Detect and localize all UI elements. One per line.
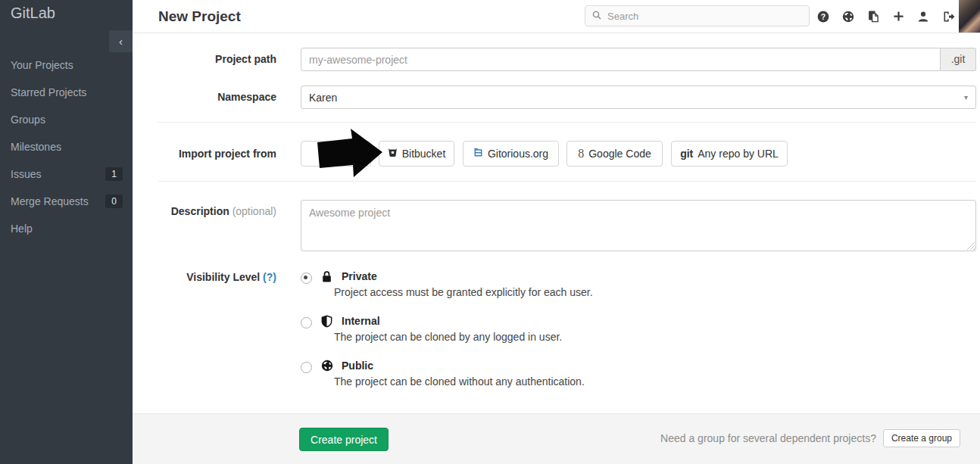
top-header: New Project ? — [133, 0, 980, 33]
new-project-plus-icon[interactable] — [893, 11, 904, 22]
project-path-group: .git — [301, 48, 976, 71]
create-group-button[interactable]: Create a group — [883, 429, 960, 447]
issues-count-badge: 1 — [105, 167, 123, 181]
project-path-input[interactable] — [301, 48, 941, 71]
divider — [158, 122, 976, 123]
git-logo-icon: git — [680, 148, 693, 160]
google-code-icon: 8 — [578, 147, 584, 160]
sidebar-item-starred-projects[interactable]: Starred Projects — [0, 79, 133, 106]
import-buttons-row: Bitbucket Gitorious.org 8 Google Code gi… — [301, 141, 788, 167]
svg-text:?: ? — [821, 11, 826, 20]
namespace-selected-value: Karen — [309, 92, 337, 104]
chevron-left-icon: ‹ — [119, 35, 123, 48]
profile-user-icon[interactable] — [917, 11, 929, 23]
description-textarea[interactable] — [301, 200, 976, 251]
search-icon — [592, 9, 601, 23]
search-input[interactable] — [606, 10, 802, 23]
project-path-label: Project path — [133, 48, 276, 71]
gitorious-icon — [473, 148, 483, 160]
visibility-help-link[interactable]: (?) — [263, 271, 276, 283]
import-button-github[interactable] — [301, 141, 371, 167]
user-avatar[interactable] — [959, 0, 980, 33]
sidebar-item-merge-requests[interactable]: Merge Requests 0 — [0, 188, 133, 215]
import-button-bitbucket[interactable]: Bitbucket — [379, 141, 454, 167]
git-suffix-addon: .git — [941, 48, 976, 71]
import-from-label: Import project from — [133, 141, 276, 167]
visibility-option-private: Private Project access must be granted e… — [301, 269, 846, 299]
sidebar-item-milestones[interactable]: Milestones — [0, 133, 133, 160]
merge-requests-count-badge: 0 — [105, 195, 123, 208]
chevron-down-icon: ▾ — [964, 93, 968, 101]
import-button-any-repo[interactable]: git Any repo by URL — [671, 141, 788, 167]
optional-hint: (optional) — [233, 205, 276, 217]
namespace-select[interactable]: Karen ▾ — [301, 86, 976, 109]
sign-out-icon[interactable] — [942, 11, 955, 23]
globe-icon — [321, 360, 333, 372]
radio-private[interactable] — [301, 272, 312, 284]
sidebar-item-help[interactable]: Help — [0, 215, 133, 242]
visibility-option-internal: Internal The project can be cloned by an… — [301, 314, 846, 344]
radio-public[interactable] — [301, 362, 312, 373]
sidebar-nav: Your Projects Starred Projects Groups Mi… — [0, 51, 133, 242]
lock-icon — [321, 270, 332, 283]
group-hint-area: Need a group for several dependent proje… — [660, 429, 960, 447]
explore-globe-icon[interactable] — [842, 11, 854, 23]
gitlab-logo: GitLab — [11, 5, 55, 22]
bitbucket-bucket-icon — [388, 148, 398, 160]
header-icons: ? — [817, 0, 955, 33]
search-box — [585, 5, 810, 26]
page-title: New Project — [158, 0, 241, 33]
sidebar-item-your-projects[interactable]: Your Projects — [0, 51, 133, 79]
create-project-button[interactable]: Create project — [299, 428, 389, 451]
visibility-level-label: Visibility Level (?) — [133, 269, 276, 285]
octocat-icon — [328, 147, 339, 160]
radio-internal[interactable] — [301, 317, 312, 329]
help-icon[interactable]: ? — [817, 11, 829, 23]
form-actions-footer: Create project Need a group for several … — [133, 413, 980, 464]
sidebar: GitLab ‹ Your Projects Starred Projects … — [0, 0, 133, 464]
sidebar-collapse-button[interactable]: ‹ — [109, 30, 133, 52]
sidebar-item-issues[interactable]: Issues 1 — [0, 160, 133, 188]
group-hint-text: Need a group for several dependent proje… — [660, 432, 876, 444]
description-label: Description (optional) — [133, 200, 276, 223]
shield-icon — [321, 315, 332, 328]
divider — [158, 181, 976, 182]
sidebar-item-groups[interactable]: Groups — [0, 106, 133, 133]
copy-snippets-icon[interactable] — [867, 10, 880, 23]
namespace-label: Namespace — [133, 86, 276, 109]
gitlab-new-project-page: GitLab ‹ Your Projects Starred Projects … — [0, 0, 980, 464]
visibility-option-public: Public The project can be cloned without… — [301, 359, 846, 388]
import-button-gitorious[interactable]: Gitorious.org — [463, 141, 559, 167]
import-button-google-code[interactable]: 8 Google Code — [566, 141, 663, 167]
new-project-form: Project path .git Namespace Karen ▾ Impo… — [133, 33, 980, 464]
